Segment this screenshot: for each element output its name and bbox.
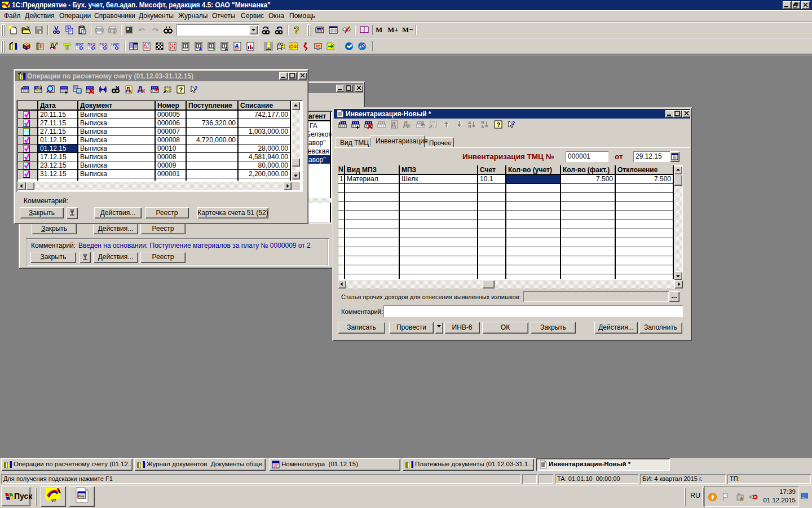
svg-text:к: к — [408, 122, 411, 129]
svg-text:V7: V7 — [51, 498, 56, 502]
svg-text:к: к — [142, 87, 145, 94]
svg-text:?: ? — [294, 25, 299, 34]
svg-text:@1С: @1С — [289, 43, 298, 49]
svg-text:РКО: РКО — [100, 43, 108, 46]
svg-text:Д: Д — [235, 43, 239, 48]
svg-text:ПЛАТ: ПЛАТ — [76, 43, 84, 46]
svg-text:v7: v7 — [5, 7, 9, 10]
svg-text:Д: Д — [144, 43, 147, 47]
svg-text:1С: 1С — [316, 45, 320, 48]
svg-text:Д: Д — [391, 121, 396, 128]
svg-text:?: ? — [195, 85, 198, 91]
svg-text:д: д — [225, 46, 228, 51]
svg-text:?: ? — [512, 120, 515, 126]
svg-text:?: ? — [179, 86, 183, 93]
svg-text:к: к — [129, 88, 132, 94]
svg-text:Σ: Σ — [147, 43, 149, 47]
svg-text:0ka: 0ka — [78, 494, 85, 498]
svg-text:А: А — [481, 124, 484, 129]
svg-text:ПКО: ПКО — [88, 43, 96, 46]
svg-text:Я: Я — [468, 124, 471, 129]
svg-text:?: ? — [497, 121, 501, 128]
svg-text:НАКЛ: НАКЛ — [112, 43, 119, 46]
